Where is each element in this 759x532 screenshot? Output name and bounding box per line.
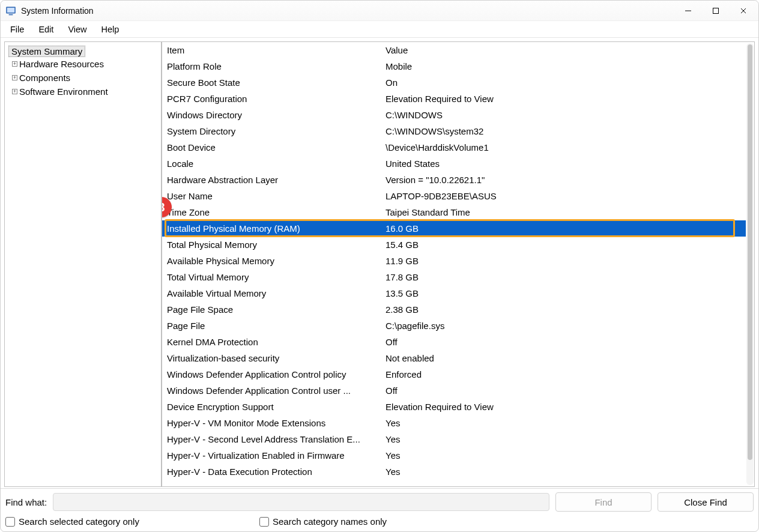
tree-pane: System Summary +Hardware Resources+Compo…	[4, 41, 162, 487]
tree-item-label: Software Environment	[19, 86, 108, 97]
details-pane: 3 Item Value Platform RoleMobileSecure B…	[162, 41, 755, 487]
cell-value: Yes	[381, 447, 746, 464]
cell-item: Secure Boot State	[162, 74, 381, 91]
close-button[interactable]	[730, 1, 757, 20]
table-row[interactable]: Virtualization-based securityNot enabled	[162, 350, 746, 366]
menubar: File Edit View Help	[1, 21, 758, 38]
table-row[interactable]: Kernel DMA ProtectionOff	[162, 334, 746, 350]
main-area: System Summary +Hardware Resources+Compo…	[1, 38, 758, 488]
cell-value: Enforced	[381, 366, 746, 382]
table-row[interactable]: Hardware Abstraction LayerVersion = "10.…	[162, 172, 746, 188]
tree-root[interactable]: System Summary	[8, 46, 85, 57]
table-row[interactable]: Hyper-V - Virtualization Enabled in Firm…	[162, 447, 746, 464]
checkbox-icon	[259, 517, 269, 527]
column-item[interactable]: Item	[162, 42, 381, 58]
cell-item: Hardware Abstraction Layer	[162, 172, 381, 188]
cell-item: Hyper-V - Second Level Address Translati…	[162, 431, 381, 447]
cell-item: Boot Device	[162, 139, 381, 156]
tree-item[interactable]: +Components	[7, 71, 159, 85]
table-row[interactable]: Hyper-V - Second Level Address Translati…	[162, 431, 746, 447]
table-row[interactable]: Windows Defender Application Control pol…	[162, 366, 746, 382]
menu-edit[interactable]: Edit	[31, 23, 61, 36]
table-row[interactable]: Available Physical Memory11.9 GB	[162, 253, 746, 269]
table-row[interactable]: Hyper-V - VM Monitor Mode ExtensionsYes	[162, 415, 746, 431]
table-row[interactable]: LocaleUnited States	[162, 156, 746, 172]
expand-icon[interactable]: +	[12, 61, 17, 67]
cell-item: Windows Directory	[162, 107, 381, 123]
details-table: Item Value Platform RoleMobileSecure Boo…	[162, 42, 746, 480]
column-value[interactable]: Value	[381, 42, 746, 58]
table-row[interactable]: Boot Device\Device\HarddiskVolume1	[162, 139, 746, 156]
menu-help[interactable]: Help	[94, 23, 127, 36]
check-selected-label: Search selected category only	[19, 516, 139, 527]
table-row[interactable]: Page File Space2.38 GB	[162, 301, 746, 318]
cell-item: Platform Role	[162, 58, 381, 74]
expand-icon[interactable]: +	[12, 75, 17, 80]
cell-value: LAPTOP-9DB23EBE\ASUS	[381, 188, 746, 204]
cell-value: \Device\HarddiskVolume1	[381, 139, 746, 156]
tree-item-label: Components	[19, 73, 70, 83]
cell-item: Available Physical Memory	[162, 253, 381, 269]
tree-item[interactable]: +Hardware Resources	[7, 57, 159, 71]
table-row[interactable]: Installed Physical Memory (RAM)16.0 GB	[162, 220, 746, 237]
table-row[interactable]: Secure Boot StateOn	[162, 74, 746, 91]
cell-item: Windows Defender Application Control use…	[162, 382, 381, 399]
check-category-names[interactable]: Search category names only	[259, 516, 387, 527]
cell-value: Elevation Required to View	[381, 91, 746, 107]
close-find-button[interactable]: Close Find	[658, 492, 754, 512]
tree-item-label: Hardware Resources	[19, 59, 104, 69]
menu-view[interactable]: View	[61, 23, 94, 36]
cell-value: Yes	[381, 464, 746, 480]
cell-value: Mobile	[381, 58, 746, 74]
check-names-label: Search category names only	[273, 516, 387, 527]
cell-item: Device Encryption Support	[162, 399, 381, 415]
cell-value: 15.4 GB	[381, 237, 746, 253]
window-title: System Information	[21, 6, 94, 16]
table-row[interactable]: User NameLAPTOP-9DB23EBE\ASUS	[162, 188, 746, 204]
cell-item: Hyper-V - VM Monitor Mode Extensions	[162, 415, 381, 431]
checkbox-icon	[5, 517, 15, 527]
scrollbar-thumb[interactable]	[748, 44, 752, 460]
table-row[interactable]: Device Encryption SupportElevation Requi…	[162, 399, 746, 415]
cell-value: United States	[381, 156, 746, 172]
cell-item: System Directory	[162, 123, 381, 139]
cell-value: C:\WINDOWS	[381, 107, 746, 123]
cell-value: C:\pagefile.sys	[381, 318, 746, 334]
table-row[interactable]: Time ZoneTaipei Standard Time	[162, 204, 746, 220]
cell-value: Yes	[381, 415, 746, 431]
cell-item: Kernel DMA Protection	[162, 334, 381, 350]
minimize-button[interactable]	[674, 1, 702, 20]
scrollbar[interactable]	[746, 43, 754, 485]
check-selected-category[interactable]: Search selected category only	[5, 516, 139, 527]
table-row[interactable]: Windows Defender Application Control use…	[162, 382, 746, 399]
table-header[interactable]: Item Value	[162, 42, 746, 58]
table-row[interactable]: Hyper-V - Data Execution ProtectionYes	[162, 464, 746, 480]
table-row[interactable]: Page FileC:\pagefile.sys	[162, 318, 746, 334]
expand-icon[interactable]: +	[12, 89, 17, 94]
cell-value: On	[381, 74, 746, 91]
find-input[interactable]	[53, 493, 549, 511]
table-row[interactable]: PCR7 ConfigurationElevation Required to …	[162, 91, 746, 107]
cell-value: Not enabled	[381, 350, 746, 366]
maximize-button[interactable]	[702, 1, 730, 20]
menu-file[interactable]: File	[3, 23, 31, 36]
cell-item: Available Virtual Memory	[162, 285, 381, 301]
cell-value: Yes	[381, 431, 746, 447]
table-row[interactable]: Windows DirectoryC:\WINDOWS	[162, 107, 746, 123]
find-button[interactable]: Find	[555, 492, 652, 512]
cell-value: Elevation Required to View	[381, 399, 746, 415]
table-row[interactable]: Available Virtual Memory13.5 GB	[162, 285, 746, 301]
table-row[interactable]: Platform RoleMobile	[162, 58, 746, 74]
table-row[interactable]: System DirectoryC:\WINDOWS\system32	[162, 123, 746, 139]
table-row[interactable]: Total Virtual Memory17.8 GB	[162, 269, 746, 285]
svg-rect-4	[713, 8, 719, 13]
svg-rect-2	[9, 14, 13, 15]
cell-item: Installed Physical Memory (RAM)	[162, 220, 381, 237]
cell-item: Total Physical Memory	[162, 237, 381, 253]
find-panel: Find what: Find Close Find Search select…	[1, 488, 758, 531]
cell-value: Taipei Standard Time	[381, 204, 746, 220]
cell-value: C:\WINDOWS\system32	[381, 123, 746, 139]
table-row[interactable]: Total Physical Memory15.4 GB	[162, 237, 746, 253]
cell-item: Locale	[162, 156, 381, 172]
tree-item[interactable]: +Software Environment	[7, 85, 159, 98]
